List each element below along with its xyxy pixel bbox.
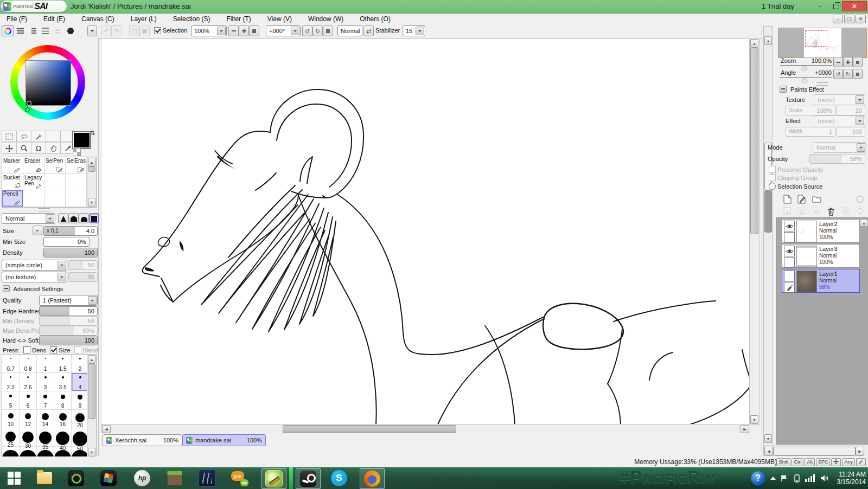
brush-tip-dome[interactable] [68,213,79,223]
scroll-up-icon[interactable]: ▲ [750,39,758,48]
layer-paint-indicator[interactable] [784,232,795,243]
brush-size-cell[interactable]: 2 [72,355,87,373]
canvas-texture-dropdown[interactable]: (none) [814,94,865,105]
brush-size-cell[interactable]: 40 [54,428,72,447]
merge-down-button[interactable] [796,207,807,216]
doc-minimize-icon[interactable]: – [833,15,843,23]
scroll-left-icon[interactable]: ◀ [102,425,111,433]
chevron-down-icon[interactable] [88,296,97,305]
menu-item[interactable]: Edit (E) [37,15,75,23]
hue-cursor[interactable] [25,107,30,112]
quality-dropdown[interactable]: 1 (Fastest) [39,295,98,306]
scroll-right-icon[interactable]: ▶ [856,447,864,456]
layers-scroll-up-icon[interactable]: ▲ [860,219,868,227]
any-key-button[interactable]: Any [842,458,855,466]
chevron-down-icon[interactable] [856,95,864,104]
saturation-value-square[interactable] [25,60,71,106]
right-panel-scrollbar[interactable]: ▲ ▼ [763,26,773,456]
taskbar-media-player[interactable] [64,468,88,488]
chevron-down-icon[interactable] [58,273,66,281]
zoom-slider-handle[interactable] [802,66,807,70]
doc-restore-icon[interactable]: ❐ [844,15,854,23]
scrollbar-thumb[interactable] [88,364,95,419]
new-layer-button[interactable] [782,194,793,204]
menu-item[interactable]: Selection (S) [167,15,220,23]
brush-size-cell[interactable]: 50 [72,428,87,447]
nav-zoom-out-button[interactable] [833,57,843,67]
brush-size-cell[interactable]: 1 [37,355,54,373]
scrollbar-thumb[interactable] [773,447,856,456]
taskbar-clock[interactable]: 11:24 AM 3/15/2014 [837,471,866,486]
brush-size-cell[interactable]: 0.7 [2,355,20,373]
minimize-button[interactable]: – [813,1,827,11]
edge-hardness-slider[interactable]: 50 [39,306,98,316]
move-tool[interactable] [2,143,17,154]
brush-size-cell[interactable]: 35 [37,428,54,447]
close-button[interactable]: ✕ [842,1,867,11]
brush-size-cell[interactable]: 5 [2,391,20,410]
brush-size-cell[interactable]: 9 [72,391,87,410]
canvas-vertical-scrollbar[interactable]: ▲ ▼ [749,38,760,425]
rotate-reset-button[interactable] [323,25,333,36]
swatch-grid-panel-toggle[interactable] [52,25,64,36]
brush-tip-triangle[interactable] [58,213,68,223]
brush-size-cell[interactable]: 6 [20,391,37,410]
rotate-view-tool[interactable]: Ω [31,143,46,154]
layer-thumbnail[interactable] [796,271,817,292]
layer-visibility-toggle[interactable] [784,221,795,231]
brush-size-cell[interactable]: 14 [37,410,54,428]
brush-texture-dropdown[interactable]: (no texture) [2,272,67,282]
zoom-tool[interactable] [16,143,31,154]
right-panel-hscrollbar[interactable]: ◀ ▶ [763,446,865,457]
effect-width2-slider[interactable]: 100 [837,127,865,137]
panel-collapse-button[interactable] [87,25,97,36]
size-slider[interactable]: x 0.1 4.0 [43,226,98,236]
chevron-down-icon[interactable] [291,27,299,35]
modifier-key-button[interactable]: Shift [776,458,790,466]
selection-source-radio[interactable] [769,183,776,190]
menu-item[interactable]: View (V) [261,15,302,23]
volume-icon[interactable] [821,474,830,482]
brush-size-cell[interactable]: 2.3 [2,373,20,391]
max-dens-slider[interactable]: 59% [39,326,98,336]
mask-button[interactable] [854,194,865,204]
scroll-up-icon[interactable]: ▲ [764,36,772,45]
menu-item[interactable]: Canvas (C) [75,15,124,23]
density-slider[interactable]: 100 [43,248,98,258]
collapse-icon[interactable] [3,285,10,292]
color-wheel-panel-toggle[interactable] [2,25,14,36]
nav-zoom-reset-button[interactable] [853,57,863,67]
deselect-button[interactable]: □ [129,25,139,36]
tab-xerochh[interactable]: Xerochh.sai 100% [103,434,182,446]
texture-scale-slider[interactable]: Scale 100% [786,106,835,115]
collapse-icon[interactable] [780,86,787,93]
scrollbar-thumb[interactable] [750,48,758,234]
color-mixer-panel-toggle[interactable] [14,25,27,36]
brush-size-cell[interactable]: 4 [72,373,87,391]
paints-effect-header[interactable]: Paints Effect [780,86,824,93]
menu-item[interactable]: Layer (L) [124,15,167,23]
tool-pencil[interactable]: Pencil [2,190,23,207]
blend-checkbox[interactable] [74,346,81,353]
menu-item[interactable]: File (F) [0,15,37,23]
angle-combo[interactable]: +000° [266,25,301,36]
chevron-down-icon[interactable] [416,27,424,35]
clipping-group-checkbox[interactable] [769,174,776,181]
scroll-down-icon[interactable]: ▼ [764,434,772,443]
size-unit-button[interactable] [33,226,42,235]
texture-intensity-slider[interactable]: 95 [68,272,98,282]
nav-rotate-cw-button[interactable]: ↻ [843,69,853,79]
chevron-down-icon[interactable] [217,27,226,35]
scroll-right-icon[interactable]: ▶ [741,425,749,433]
nav-rotate-reset-button[interactable] [853,69,863,79]
brush-shape-dropdown[interactable]: (simple circle) [2,260,67,271]
brush-size-cell[interactable]: 20 [72,410,87,428]
zoom-in-button[interactable] [239,25,249,36]
foreground-color-swatch[interactable] [72,131,91,149]
pan-mode-button[interactable] [831,458,841,466]
layer-thumbnail[interactable] [796,246,817,267]
swatches-panel-toggle[interactable] [27,25,39,36]
scroll-down-icon[interactable]: ▼ [750,415,758,424]
chevron-down-icon[interactable] [856,117,864,125]
taskbar-firefox[interactable] [360,468,385,489]
